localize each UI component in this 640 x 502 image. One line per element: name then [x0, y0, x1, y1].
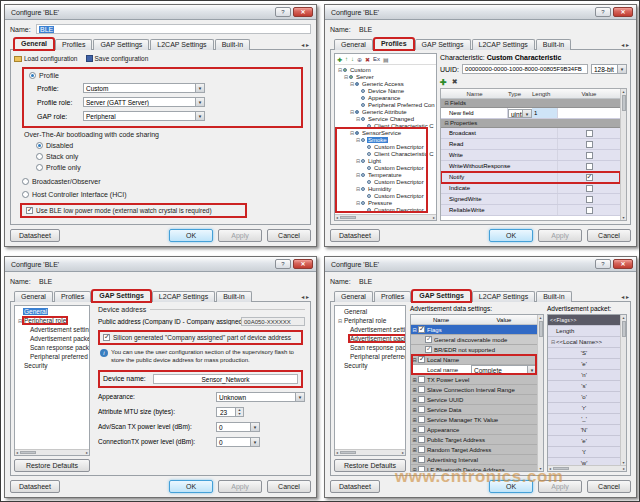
property-checkbox[interactable]	[586, 196, 593, 203]
tree-item[interactable]: ⊟Smoke	[335, 136, 436, 143]
tree-item[interactable]: ⊟Server	[335, 73, 436, 80]
property-row[interactable]: Write	[441, 150, 620, 161]
tab-built-in[interactable]: Built-in	[536, 39, 571, 50]
properties-group-row[interactable]: ⊟Properties	[441, 119, 620, 128]
adv-row-checkbox[interactable]	[418, 426, 425, 433]
silicon-generated-checkbox[interactable]	[103, 334, 110, 341]
packet-row[interactable]: 'e'	[548, 359, 620, 370]
adv-data-row[interactable]: ⊞Advertising Interval	[411, 455, 537, 465]
device-name-input[interactable]: Sensor_Network	[153, 374, 298, 384]
tab-general[interactable]: General	[334, 39, 373, 50]
tree-item[interactable]: Advertisement settings	[335, 325, 405, 334]
ok-button[interactable]: OK	[489, 229, 533, 242]
horizontal-scrollbar[interactable]: ◂▸	[548, 465, 626, 471]
tree-item[interactable]: ⊟Light	[335, 157, 436, 164]
field-length-input[interactable]: 1	[532, 108, 557, 118]
expand-icon[interactable]: ⊞	[411, 417, 418, 423]
packet-row[interactable]: ⊟<<Local Name>>	[548, 337, 620, 348]
adv-row-checkbox[interactable]	[418, 356, 425, 363]
tree-item[interactable]: Peripheral preferred c	[15, 352, 89, 361]
adv-data-row[interactable]: ⊟Flags	[411, 325, 537, 335]
name-input[interactable]: BLE	[356, 24, 631, 34]
tab-built-in[interactable]: Built-in	[536, 291, 571, 302]
table-header[interactable]: Name Value	[411, 315, 537, 325]
ota-stack-only-radio[interactable]	[36, 153, 43, 160]
adv-row-checkbox[interactable]	[418, 386, 425, 393]
adv-data-row[interactable]: ⊞Service Manager TK Value	[411, 415, 537, 425]
property-checkbox[interactable]	[586, 174, 593, 181]
tree-item[interactable]: ⊟Generic Access	[335, 80, 436, 87]
add-item-icon[interactable]: ✚	[337, 56, 342, 63]
tree-item[interactable]: General	[15, 307, 89, 316]
tab-built-in[interactable]: Built-in	[216, 291, 251, 302]
apply-button[interactable]: Apply	[218, 229, 262, 242]
name-input[interactable]: BLE	[36, 276, 311, 286]
datasheet-button[interactable]: Datasheet	[330, 480, 380, 493]
cancel-button[interactable]: Cancel	[267, 480, 311, 493]
expand-icon[interactable]: ⊞	[411, 447, 418, 453]
property-checkbox[interactable]	[586, 185, 593, 192]
packet-row[interactable]: 'r'	[548, 403, 620, 414]
expand-icon[interactable]: ⊞	[411, 427, 418, 433]
tab-scroll-icons[interactable]: ◂ ▸	[621, 293, 631, 302]
property-checkbox[interactable]	[586, 141, 593, 148]
tree-item[interactable]: ⊟Peripheral role	[335, 316, 405, 325]
load-configuration-button[interactable]: Load configuration	[24, 55, 78, 62]
adv-row-checkbox[interactable]	[425, 336, 432, 343]
ok-button[interactable]: OK	[169, 480, 213, 493]
titlebar[interactable]: Configure 'BLE' ? ✕	[5, 257, 316, 272]
uuid-bits-dropdown[interactable]: 128-bit▾	[591, 64, 627, 74]
property-row[interactable]: Read	[441, 139, 620, 150]
expand-icon[interactable]: ⊟	[411, 357, 418, 363]
add-field-icon[interactable]: ✚	[440, 78, 447, 87]
property-checkbox[interactable]	[586, 152, 593, 159]
adv-row-checkbox[interactable]	[418, 446, 425, 453]
tree-item[interactable]: Advertisement packet	[335, 334, 405, 343]
attach-icon[interactable]: ⊕	[357, 56, 362, 63]
titlebar[interactable]: Configure 'BLE' ? ✕	[325, 5, 636, 20]
tab-profiles[interactable]: Profiles	[374, 38, 414, 50]
tab-profiles[interactable]: Profiles	[54, 291, 91, 302]
horizontal-scrollbar[interactable]: ◂▸	[15, 449, 89, 455]
tree-item[interactable]: ⊟Service Changed	[335, 115, 436, 122]
expand-icon[interactable]: ⊞	[411, 377, 418, 383]
cancel-button[interactable]: Cancel	[267, 229, 311, 242]
ok-button[interactable]: OK	[169, 229, 213, 242]
property-checkbox[interactable]	[586, 163, 593, 170]
fields-group-row[interactable]: ⊟Fields	[441, 99, 620, 108]
packet-row[interactable]: 'N'	[548, 425, 620, 436]
expand-icon[interactable]: ⊞	[411, 467, 418, 472]
ok-button[interactable]: OK	[489, 480, 533, 493]
packet-row[interactable]: Length	[548, 326, 620, 337]
packet-row[interactable]: 'o'	[548, 392, 620, 403]
restore-defaults-button[interactable]: Restore Defaults	[14, 459, 90, 472]
horizontal-scrollbar[interactable]: ◂▸	[335, 449, 405, 455]
cancel-button[interactable]: Cancel	[587, 229, 631, 242]
close-icon[interactable]: ✕	[293, 259, 313, 269]
adv-row-checkbox[interactable]	[418, 396, 425, 403]
new-field-row[interactable]: New field uint8▾ 1	[441, 108, 620, 119]
tree-item[interactable]: ⊟Humidity	[335, 185, 436, 192]
uuid-input[interactable]: 00000000-0000-1000-8000-00805F9B34FB	[462, 64, 588, 74]
tab-l2cap-settings[interactable]: L2CAP Settings	[472, 39, 535, 50]
mtu-stepper[interactable]: 23 ▲▼	[216, 407, 244, 417]
public-address-field[interactable]: 00A050-XXXXXX	[241, 317, 305, 326]
table-header[interactable]: Name Type Length Value	[441, 89, 620, 99]
collapse-all-icon[interactable]: ▤	[383, 56, 389, 63]
move-down-icon[interactable]: ↓	[351, 56, 354, 62]
tree-item[interactable]: ⊟Generic Attribute	[335, 108, 436, 115]
vertical-scrollbar[interactable]: ▴▾	[620, 89, 626, 220]
move-up-icon[interactable]: ↑	[345, 56, 348, 62]
tree-item[interactable]: Custom Descriptor	[335, 178, 436, 185]
property-row[interactable]: Notify	[441, 172, 620, 183]
datasheet-button[interactable]: Datasheet	[10, 480, 60, 493]
hci-radio[interactable]	[22, 191, 29, 198]
ota-profile-only-radio[interactable]	[36, 164, 43, 171]
adv-row-checkbox[interactable]	[418, 456, 425, 463]
datasheet-button[interactable]: Datasheet	[330, 229, 380, 242]
close-icon[interactable]: ✕	[613, 7, 633, 17]
gap-role-dropdown[interactable]: Peripheral▾	[83, 111, 205, 121]
packet-row[interactable]: 'S'	[548, 348, 620, 359]
tab-gap-settings[interactable]: GAP Settings	[412, 290, 471, 302]
vertical-scrollbar[interactable]: ▴▾	[620, 315, 626, 465]
